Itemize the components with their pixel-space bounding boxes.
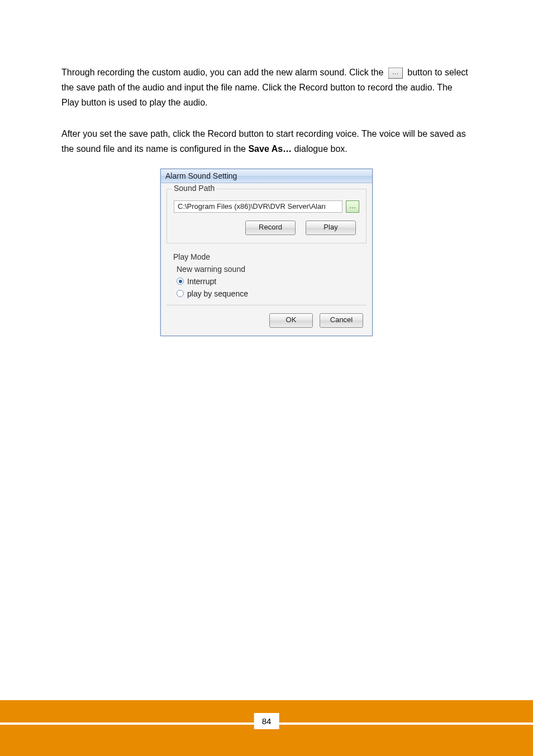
- radio-interrupt[interactable]: Interrupt: [177, 277, 360, 286]
- para1-text-a: Through recording the custom audio, you …: [61, 68, 386, 77]
- page-footer: 84: [0, 700, 533, 756]
- radio-sequence[interactable]: play by sequence: [177, 289, 360, 298]
- sound-path-input[interactable]: C:\Program Files (x86)\DVR\DVR Server\Al…: [174, 200, 342, 213]
- radio-icon: [177, 290, 184, 297]
- divider: [166, 305, 367, 305]
- radio-icon: [177, 277, 184, 285]
- play-mode-subtitle: New warning sound: [177, 265, 360, 274]
- ok-button[interactable]: OK: [269, 313, 313, 328]
- dialog-title: Alarm Sound Setting: [165, 171, 237, 180]
- doc-paragraph-1: Through recording the custom audio, you …: [61, 65, 472, 111]
- sound-path-group: Sound Path C:\Program Files (x86)\DVR\DV…: [166, 189, 367, 243]
- record-button[interactable]: Record: [245, 221, 296, 235]
- page-number: 84: [254, 713, 279, 729]
- play-mode-legend: Play Mode: [173, 252, 360, 261]
- sound-path-legend: Sound Path: [172, 184, 217, 193]
- doc-paragraph-2: After you set the save path, click the R…: [61, 126, 472, 156]
- radio-sequence-label: play by sequence: [187, 289, 248, 298]
- save-as-label: Save As…: [248, 144, 292, 154]
- play-mode-group: Play Mode New warning sound Interrupt pl…: [166, 249, 367, 304]
- browse-button[interactable]: …: [346, 200, 359, 213]
- dialog-titlebar: Alarm Sound Setting: [161, 169, 372, 183]
- play-button[interactable]: Play: [306, 221, 356, 235]
- radio-interrupt-label: Interrupt: [187, 277, 216, 286]
- alarm-sound-setting-dialog: Alarm Sound Setting Sound Path C:\Progra…: [160, 169, 373, 336]
- para2-text-b: dialogue box.: [294, 144, 348, 154]
- browse-inline-button: …: [388, 68, 403, 79]
- cancel-button[interactable]: Cancel: [320, 313, 363, 328]
